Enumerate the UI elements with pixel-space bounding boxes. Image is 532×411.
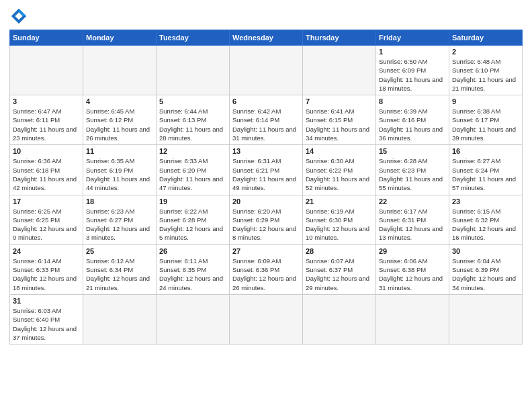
calendar-cell: 19Sunrise: 6:22 AM Sunset: 6:28 PM Dayli…: [157, 195, 230, 244]
calendar-cell: 10Sunrise: 6:36 AM Sunset: 6:18 PM Dayli…: [10, 145, 83, 195]
calendar-cell: 20Sunrise: 6:20 AM Sunset: 6:29 PM Dayli…: [230, 195, 303, 244]
weekday-header-wednesday: Wednesday: [230, 30, 303, 46]
calendar-cell: [303, 294, 376, 344]
calendar-cell: 28Sunrise: 6:07 AM Sunset: 6:37 PM Dayli…: [303, 244, 376, 294]
day-info: Sunrise: 6:04 AM Sunset: 6:39 PM Dayligh…: [452, 257, 519, 292]
calendar-cell: 1Sunrise: 6:50 AM Sunset: 6:09 PM Daylig…: [376, 46, 449, 95]
calendar-cell: 29Sunrise: 6:06 AM Sunset: 6:38 PM Dayli…: [376, 244, 449, 294]
week-row-4: 24Sunrise: 6:14 AM Sunset: 6:33 PM Dayli…: [10, 244, 523, 294]
day-info: Sunrise: 6:31 AM Sunset: 6:21 PM Dayligh…: [232, 156, 300, 192]
day-info: Sunrise: 6:48 AM Sunset: 6:10 PM Dayligh…: [452, 57, 519, 93]
day-number: 19: [159, 197, 226, 205]
day-info: Sunrise: 6:19 AM Sunset: 6:30 PM Dayligh…: [306, 207, 373, 242]
week-row-1: 3Sunrise: 6:47 AM Sunset: 6:11 PM Daylig…: [10, 95, 523, 145]
calendar-cell: 18Sunrise: 6:23 AM Sunset: 6:27 PM Dayli…: [83, 195, 157, 244]
calendar-cell: 11Sunrise: 6:35 AM Sunset: 6:19 PM Dayli…: [83, 145, 157, 195]
calendar-cell: 25Sunrise: 6:12 AM Sunset: 6:34 PM Dayli…: [83, 244, 157, 294]
calendar-cell: 15Sunrise: 6:28 AM Sunset: 6:23 PM Dayli…: [376, 145, 449, 195]
day-number: 24: [13, 247, 80, 255]
week-row-5: 31Sunrise: 6:03 AM Sunset: 6:40 PM Dayli…: [10, 294, 523, 344]
calendar-cell: 21Sunrise: 6:19 AM Sunset: 6:30 PM Dayli…: [303, 195, 376, 244]
day-info: Sunrise: 6:38 AM Sunset: 6:17 PM Dayligh…: [452, 107, 519, 142]
day-info: Sunrise: 6:41 AM Sunset: 6:15 PM Dayligh…: [306, 107, 373, 142]
calendar-cell: [376, 294, 449, 344]
calendar-cell: 16Sunrise: 6:27 AM Sunset: 6:24 PM Dayli…: [449, 145, 523, 195]
day-number: 10: [13, 147, 80, 155]
day-info: Sunrise: 6:14 AM Sunset: 6:33 PM Dayligh…: [13, 257, 80, 292]
day-info: Sunrise: 6:09 AM Sunset: 6:36 PM Dayligh…: [232, 257, 300, 292]
weekday-header-thursday: Thursday: [303, 30, 376, 46]
day-number: 31: [13, 297, 80, 305]
day-number: 18: [86, 197, 153, 205]
day-number: 27: [232, 247, 300, 255]
calendar-cell: 17Sunrise: 6:25 AM Sunset: 6:25 PM Dayli…: [10, 195, 83, 244]
calendar-cell: [230, 46, 303, 95]
weekday-row: SundayMondayTuesdayWednesdayThursdayFrid…: [10, 30, 523, 46]
day-number: 12: [159, 147, 226, 155]
calendar-cell: 9Sunrise: 6:38 AM Sunset: 6:17 PM Daylig…: [449, 95, 523, 145]
day-number: 16: [452, 147, 519, 155]
day-number: 20: [232, 197, 300, 205]
day-info: Sunrise: 6:06 AM Sunset: 6:38 PM Dayligh…: [379, 257, 446, 292]
day-number: 17: [13, 197, 80, 205]
day-info: Sunrise: 6:15 AM Sunset: 6:32 PM Dayligh…: [452, 207, 519, 242]
calendar-cell: [157, 46, 230, 95]
weekday-header-sunday: Sunday: [10, 30, 83, 46]
day-number: 29: [379, 247, 446, 255]
day-info: Sunrise: 6:42 AM Sunset: 6:14 PM Dayligh…: [232, 107, 300, 142]
day-number: 25: [86, 247, 153, 255]
day-info: Sunrise: 6:28 AM Sunset: 6:23 PM Dayligh…: [379, 156, 446, 192]
calendar-cell: 23Sunrise: 6:15 AM Sunset: 6:32 PM Dayli…: [449, 195, 523, 244]
calendar-cell: [157, 294, 230, 344]
day-info: Sunrise: 6:39 AM Sunset: 6:16 PM Dayligh…: [379, 107, 446, 142]
logo-icon: [9, 7, 28, 26]
calendar-cell: [449, 294, 523, 344]
calendar-cell: 8Sunrise: 6:39 AM Sunset: 6:16 PM Daylig…: [376, 95, 449, 145]
day-number: 26: [159, 247, 226, 255]
calendar-cell: 13Sunrise: 6:31 AM Sunset: 6:21 PM Dayli…: [230, 145, 303, 195]
day-info: Sunrise: 6:45 AM Sunset: 6:12 PM Dayligh…: [86, 107, 153, 142]
day-info: Sunrise: 6:36 AM Sunset: 6:18 PM Dayligh…: [13, 156, 80, 192]
weekday-header-saturday: Saturday: [449, 30, 523, 46]
calendar-cell: [10, 46, 83, 95]
day-info: Sunrise: 6:35 AM Sunset: 6:19 PM Dayligh…: [86, 156, 153, 192]
calendar-cell: [230, 294, 303, 344]
calendar-header: SundayMondayTuesdayWednesdayThursdayFrid…: [10, 30, 523, 46]
calendar-cell: 30Sunrise: 6:04 AM Sunset: 6:39 PM Dayli…: [449, 244, 523, 294]
day-info: Sunrise: 6:11 AM Sunset: 6:35 PM Dayligh…: [159, 257, 226, 292]
day-info: Sunrise: 6:50 AM Sunset: 6:09 PM Dayligh…: [379, 57, 446, 93]
logo: [9, 7, 31, 26]
day-number: 8: [379, 97, 446, 105]
calendar: SundayMondayTuesdayWednesdayThursdayFrid…: [9, 30, 523, 345]
day-number: 3: [13, 97, 80, 105]
calendar-cell: 4Sunrise: 6:45 AM Sunset: 6:12 PM Daylig…: [83, 95, 157, 145]
calendar-body: 1Sunrise: 6:50 AM Sunset: 6:09 PM Daylig…: [10, 46, 523, 345]
day-number: 11: [86, 147, 153, 155]
day-info: Sunrise: 6:47 AM Sunset: 6:11 PM Dayligh…: [13, 107, 80, 142]
day-number: 1: [379, 48, 446, 56]
day-number: 4: [86, 97, 153, 105]
day-info: Sunrise: 6:27 AM Sunset: 6:24 PM Dayligh…: [452, 156, 519, 192]
day-number: 5: [159, 97, 226, 105]
week-row-0: 1Sunrise: 6:50 AM Sunset: 6:09 PM Daylig…: [10, 46, 523, 95]
day-number: 28: [306, 247, 373, 255]
day-number: 9: [452, 97, 519, 105]
calendar-cell: 5Sunrise: 6:44 AM Sunset: 6:13 PM Daylig…: [157, 95, 230, 145]
calendar-cell: [83, 294, 157, 344]
calendar-cell: 6Sunrise: 6:42 AM Sunset: 6:14 PM Daylig…: [230, 95, 303, 145]
week-row-2: 10Sunrise: 6:36 AM Sunset: 6:18 PM Dayli…: [10, 145, 523, 195]
weekday-header-friday: Friday: [376, 30, 449, 46]
day-info: Sunrise: 6:44 AM Sunset: 6:13 PM Dayligh…: [159, 107, 226, 142]
calendar-cell: 3Sunrise: 6:47 AM Sunset: 6:11 PM Daylig…: [10, 95, 83, 145]
day-info: Sunrise: 6:25 AM Sunset: 6:25 PM Dayligh…: [13, 207, 80, 242]
week-row-3: 17Sunrise: 6:25 AM Sunset: 6:25 PM Dayli…: [10, 195, 523, 244]
calendar-cell: 22Sunrise: 6:17 AM Sunset: 6:31 PM Dayli…: [376, 195, 449, 244]
calendar-cell: 12Sunrise: 6:33 AM Sunset: 6:20 PM Dayli…: [157, 145, 230, 195]
calendar-cell: [83, 46, 157, 95]
day-info: Sunrise: 6:07 AM Sunset: 6:37 PM Dayligh…: [306, 257, 373, 292]
day-number: 7: [306, 97, 373, 105]
day-number: 23: [452, 197, 519, 205]
day-number: 15: [379, 147, 446, 155]
calendar-cell: 24Sunrise: 6:14 AM Sunset: 6:33 PM Dayli…: [10, 244, 83, 294]
calendar-cell: 2Sunrise: 6:48 AM Sunset: 6:10 PM Daylig…: [449, 46, 523, 95]
